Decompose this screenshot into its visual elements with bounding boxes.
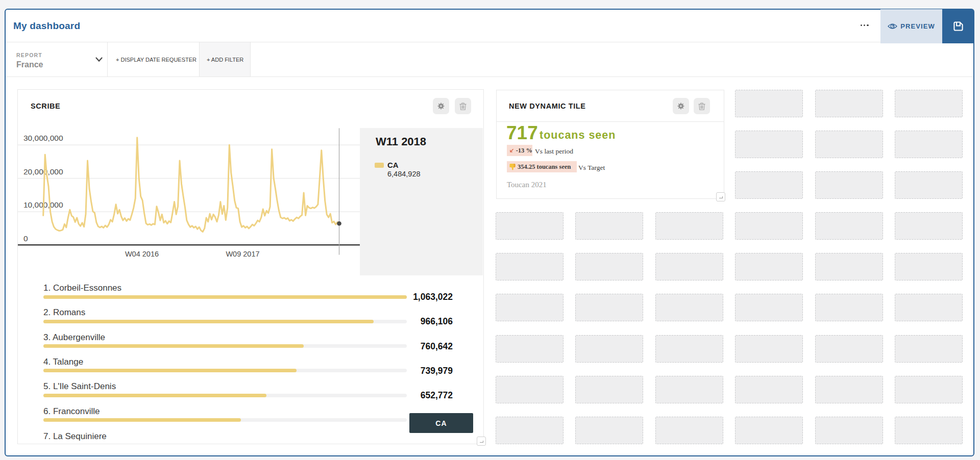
svg-text:W09 2017: W09 2017: [226, 250, 259, 258]
svg-text:30,000,000: 30,000,000: [23, 134, 63, 142]
svg-text:W04 2016: W04 2016: [125, 250, 159, 258]
svg-text:20,000,000: 20,000,000: [23, 167, 63, 176]
svg-text:0: 0: [23, 234, 28, 243]
